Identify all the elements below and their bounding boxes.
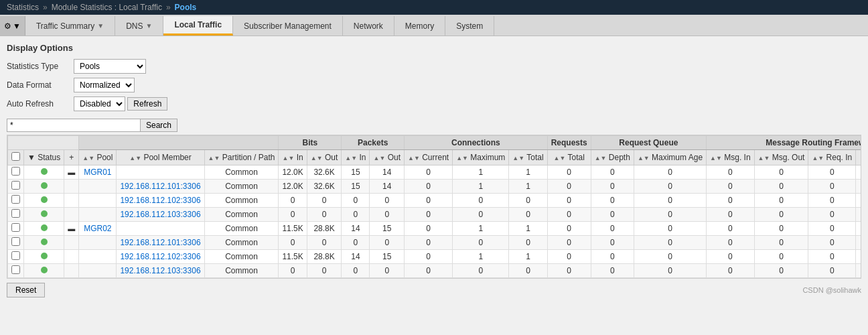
member-link[interactable]: 192.168.112.103:3306 (120, 266, 200, 275)
cell-partition: Common (204, 236, 279, 250)
cell-req-out: 0 (856, 236, 861, 250)
row-checkbox[interactable] (11, 195, 20, 204)
search-row: Search (7, 119, 861, 132)
cell-pkt-out: 14 (370, 165, 405, 180)
tab-local-traffic[interactable]: Local Traffic (163, 16, 233, 36)
cell-rq-depth: 0 (591, 208, 634, 222)
statistics-type-select[interactable]: Pools Pool Members Nodes (74, 59, 146, 74)
gh-bits: Bits (279, 136, 342, 150)
cell-conn-cur: 0 (405, 208, 453, 222)
member-link[interactable]: 192.168.112.102:3306 (120, 252, 200, 261)
cell-bits-out: 28.8K (307, 222, 342, 236)
cell-req-in: 0 (808, 236, 856, 250)
row-checkbox[interactable] (11, 237, 20, 246)
cell-pkt-in: 15 (342, 165, 370, 180)
tab-subscriber-management[interactable]: Subscriber Management (233, 16, 343, 36)
cell-conn-max: 1 (453, 222, 509, 236)
cell-rq-maxage: 0 (634, 236, 706, 250)
cell-pkt-in: 15 (342, 180, 370, 194)
refresh-button[interactable]: Refresh (127, 97, 167, 111)
cell-status (24, 250, 64, 264)
breadcrumb-statistics[interactable]: Statistics (7, 3, 39, 12)
row-checkbox[interactable] (11, 209, 20, 218)
select-all-checkbox[interactable] (11, 152, 20, 161)
table-row: 192.168.112.101:3306 Common 12.0K 32.6K … (8, 180, 862, 194)
cell-msg-out: 0 (754, 222, 808, 236)
cell-bits-in: 12.0K (279, 180, 307, 194)
cell-msg-in: 0 (707, 208, 755, 222)
member-link[interactable]: 192.168.112.102:3306 (120, 196, 200, 205)
cell-pool (79, 250, 117, 264)
member-link[interactable]: 192.168.112.101:3306 (120, 182, 200, 191)
cell-pkt-out: 15 (370, 222, 405, 236)
tab-system[interactable]: System (445, 16, 494, 36)
nav-bar: ⚙ ▼ Traffic Summary ▼ DNS ▼ Local Traffi… (0, 15, 868, 36)
cell-req-out: 0 (856, 250, 861, 264)
th-pool[interactable]: ▲▼ Pool (79, 150, 117, 165)
th-member[interactable]: ▲▼ Pool Member (117, 150, 204, 165)
cell-bits-in: 0 (279, 208, 307, 222)
th-msg-out[interactable]: ▲▼ Msg. Out (754, 150, 808, 165)
cell-rq-maxage: 0 (634, 194, 706, 208)
auto-refresh-select[interactable]: Disabled 10 sec 30 sec 1 min (74, 96, 125, 111)
display-options: Display Options Statistics Type Pools Po… (7, 43, 861, 113)
gh-mrf: Message Routing Framework (707, 136, 861, 150)
tab-memory[interactable]: Memory (394, 16, 445, 36)
cell-status (24, 222, 64, 236)
th-pkt-out[interactable]: ▲▼ Out (370, 150, 405, 165)
th-req-tot[interactable]: ▲▼ Total (547, 150, 591, 165)
th-conn-max[interactable]: ▲▼ Maximum (453, 150, 509, 165)
th-req-out[interactable]: ▲▼ Req. Out (856, 150, 861, 165)
cell-rq-maxage: 0 (634, 264, 706, 278)
data-format-select[interactable]: Normalized Absolute (74, 78, 135, 92)
cell-pkt-in: 0 (342, 194, 370, 208)
tab-traffic-summary[interactable]: Traffic Summary ▼ (25, 16, 115, 36)
cell-conn-max: 1 (453, 180, 509, 194)
row-checkbox[interactable] (11, 181, 20, 190)
gh-requests: Requests (547, 136, 591, 150)
cell-checkbox (8, 222, 24, 236)
tab-network[interactable]: Network (343, 16, 394, 36)
tab-local-traffic-label: Local Traffic (174, 20, 222, 29)
cell-req-in: 0 (808, 208, 856, 222)
th-rq-depth[interactable]: ▲▼ Depth (591, 150, 634, 165)
status-indicator (41, 196, 48, 203)
row-checkbox[interactable] (11, 167, 20, 176)
th-conn-cur[interactable]: ▲▼ Current (405, 150, 453, 165)
th-bits-out[interactable]: ▲▼ Out (307, 150, 342, 165)
tab-dns-label: DNS (126, 21, 143, 31)
member-link[interactable]: 192.168.112.103:3306 (120, 210, 200, 219)
th-rq-maxage[interactable]: ▲▼ Maximum Age (634, 150, 706, 165)
cell-status (24, 264, 64, 278)
expand-icon[interactable]: ▬ (68, 168, 75, 176)
cell-req-tot: 0 (547, 165, 591, 180)
pool-link[interactable]: MGR01 (84, 168, 111, 177)
search-button[interactable]: Search (141, 119, 177, 132)
member-link[interactable]: 192.168.112.101:3306 (120, 238, 200, 247)
cell-expand[interactable]: ▬ (64, 222, 79, 236)
th-pkt-in[interactable]: ▲▼ In (342, 150, 370, 165)
cell-conn-max: 1 (453, 250, 509, 264)
th-expand: + (64, 150, 79, 165)
pool-link[interactable]: MGR02 (84, 224, 111, 233)
th-conn-tot[interactable]: ▲▼ Total (509, 150, 547, 165)
tab-dns[interactable]: DNS ▼ (115, 16, 163, 36)
gear-menu[interactable]: ⚙ ▼ (0, 16, 25, 36)
search-input[interactable] (7, 119, 141, 132)
th-req-in[interactable]: ▲▼ Req. In (808, 150, 856, 165)
cell-req-in: 0 (808, 165, 856, 180)
row-checkbox[interactable] (11, 265, 20, 274)
th-partition[interactable]: ▲▼ Partition / Path (204, 150, 279, 165)
th-bits-in[interactable]: ▲▼ In (279, 150, 307, 165)
expand-icon[interactable]: ▬ (68, 224, 75, 232)
row-checkbox[interactable] (11, 251, 20, 260)
cell-req-tot: 0 (547, 264, 591, 278)
breadcrumb-module[interactable]: Module Statistics : Local Traffic (52, 3, 162, 12)
cell-conn-tot: 0 (509, 208, 547, 222)
row-checkbox[interactable] (11, 223, 20, 232)
reset-button[interactable]: Reset (7, 283, 45, 297)
th-msg-in[interactable]: ▲▼ Msg. In (707, 150, 755, 165)
status-indicator (41, 210, 48, 217)
cell-rq-maxage: 0 (634, 208, 706, 222)
cell-expand[interactable]: ▬ (64, 165, 79, 180)
